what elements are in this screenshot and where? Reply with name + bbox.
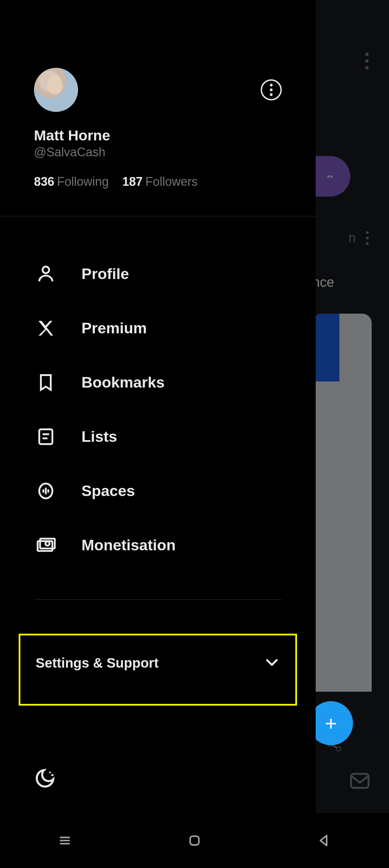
back-button[interactable] (312, 829, 336, 852)
menu-item-bookmarks[interactable]: Bookmarks (0, 355, 316, 410)
home-button[interactable] (183, 829, 206, 852)
svg-rect-18 (190, 836, 199, 845)
display-name[interactable]: Matt Horne (34, 127, 282, 144)
following-link[interactable]: 836Following (34, 175, 109, 189)
svg-point-12 (42, 267, 49, 273)
divider (34, 599, 282, 600)
followers-link[interactable]: 187Followers (122, 175, 198, 189)
money-icon (34, 533, 58, 557)
following-count: 836 (34, 175, 54, 189)
menu-item-spaces[interactable]: Spaces (0, 464, 316, 518)
person-icon (34, 262, 58, 286)
menu-label: Premium (81, 319, 147, 337)
following-label: Following (57, 175, 109, 189)
handle[interactable]: @SalvaCash (34, 145, 282, 159)
menu-label: Lists (81, 428, 117, 446)
microphone-icon (34, 479, 58, 503)
menu-label: Bookmarks (81, 374, 165, 391)
menu-item-premium[interactable]: Premium (0, 301, 316, 355)
followers-label: Followers (145, 175, 198, 189)
svg-point-17 (45, 541, 50, 546)
svg-rect-13 (39, 429, 53, 444)
menu-label: Profile (81, 265, 129, 283)
menu-item-profile[interactable]: Profile (0, 247, 316, 301)
avatar[interactable] (34, 68, 78, 112)
menu-label: Spaces (81, 482, 135, 500)
android-nav-bar (0, 813, 389, 868)
followers-count: 187 (122, 175, 143, 189)
menu: Profile Premium Bookmarks Lists Spaces (0, 216, 316, 572)
list-icon (34, 425, 58, 449)
recent-apps-button[interactable] (53, 829, 77, 852)
chevron-down-icon (264, 654, 280, 672)
menu-item-monetisation[interactable]: Monetisation (0, 518, 316, 572)
bookmark-icon (34, 371, 58, 394)
menu-item-lists[interactable]: Lists (0, 410, 316, 464)
dark-mode-toggle[interactable] (34, 767, 56, 789)
settings-support-label: Settings & Support (36, 655, 159, 671)
menu-item-settings-support[interactable]: Settings & Support (19, 634, 297, 706)
accounts-button[interactable] (261, 79, 282, 100)
menu-label: Monetisation (81, 536, 176, 554)
navigation-drawer: Matt Horne @SalvaCash 836Following 187Fo… (0, 0, 316, 813)
x-logo-icon (34, 316, 58, 340)
background-app: •• n nce + (316, 0, 389, 813)
